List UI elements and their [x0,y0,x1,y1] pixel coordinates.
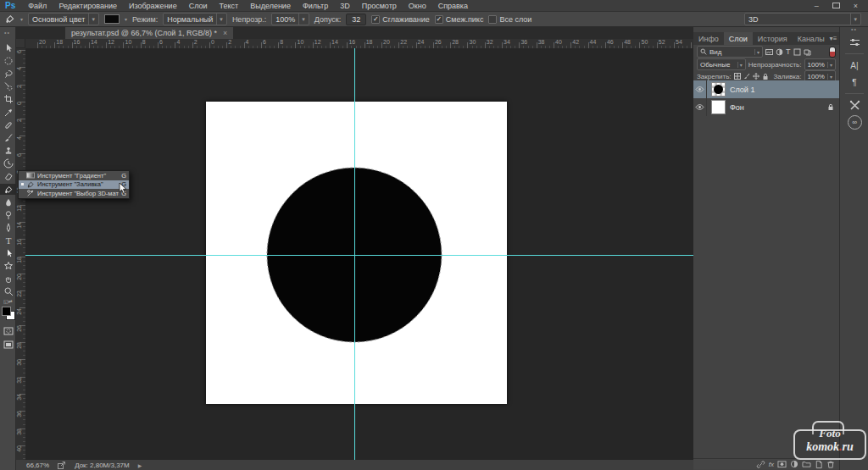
layer-row-1[interactable]: Слой 1 [693,80,839,98]
menu-select[interactable]: Выделение [244,2,297,10]
lock-all-icon[interactable] [762,73,769,80]
menu-help[interactable]: Справка [432,2,474,10]
dodge-tool[interactable] [3,209,14,220]
tab-close-icon[interactable]: × [223,29,227,37]
filter-adjustment-icon[interactable] [776,48,783,56]
menu-window[interactable]: Окно [403,2,432,10]
blend-mode-select[interactable]: Обычные▾ [697,58,746,70]
canvas-viewport[interactable] [25,48,693,460]
quick-mask-button[interactable] [3,325,14,336]
visibility-toggle[interactable] [693,80,707,98]
move-tool[interactable] [3,42,14,53]
layer-name[interactable]: Слой 1 [730,86,839,94]
lock-transparency-icon[interactable] [734,73,741,80]
quick-selection-tool[interactable] [3,80,14,91]
visibility-toggle[interactable] [693,98,707,116]
workspace-select[interactable]: 3D▾ [744,13,861,25]
zoom-level[interactable]: 66,67% [26,462,49,469]
layer-row-background[interactable]: Фон [693,98,839,116]
restore-button[interactable] [832,3,840,8]
tolerance-input[interactable]: 32 [346,14,366,25]
filter-toggle-switch[interactable] [829,47,836,58]
mode-select[interactable]: Нормальный▾ [163,13,227,25]
new-layer-button[interactable] [815,460,823,469]
document-tab[interactable]: результат.psd @ 66,7% (Слой 1, RGB/8) * … [65,27,233,39]
path-selection-tool[interactable] [3,247,14,258]
filter-kind-select[interactable]: Вид ▾ [697,46,763,58]
flyout-item-gradient[interactable]: Инструмент "Градиент" G [19,171,129,180]
custom-shape-tool[interactable] [3,260,14,271]
menu-image[interactable]: Изображение [123,2,183,10]
tool-presets-panel-icon[interactable] [840,97,868,113]
fill-source-select[interactable]: Основной цвет▾ [28,13,99,25]
tab-channels[interactable]: Каналы [793,32,830,45]
eraser-tool[interactable] [3,170,14,181]
layer-opacity-select[interactable]: 100%▾ [804,58,836,70]
lasso-tool[interactable] [3,68,14,79]
link-layers-button[interactable] [756,460,765,469]
opacity-select[interactable]: 100%▾ [271,13,309,25]
contiguous-checkbox[interactable]: ✓Смеж.пикс [435,15,484,24]
lock-pixels-icon[interactable] [743,73,750,80]
creative-cloud-icon[interactable]: ∞ [840,113,868,130]
color-swatches[interactable] [2,307,15,320]
menu-edit[interactable]: Редактирование [53,2,123,10]
minimize-button[interactable]: – [815,2,819,10]
type-tool[interactable]: T [3,235,14,246]
tab-info[interactable]: Инфо [693,32,724,45]
filter-smart-object-icon[interactable] [804,48,811,56]
zoom-tool[interactable] [3,285,14,296]
healing-brush-tool[interactable] [3,119,14,130]
paragraph-panel-icon[interactable]: ¶ [840,74,868,91]
pen-tool[interactable] [3,222,14,233]
ellipse-marquee-tool[interactable] [3,55,14,66]
default-colors-icon[interactable]: ◱⇄ [3,298,13,304]
new-group-button[interactable] [802,460,811,468]
menu-filter[interactable]: Фильтр [297,2,334,10]
flyout-item-fill[interactable]: Инструмент "Заливка" G [19,180,129,190]
screen-mode-button[interactable] [3,339,14,350]
horizontal-guide[interactable] [25,255,693,256]
all-layers-checkbox[interactable]: Все слои [488,15,531,24]
adjustment-layer-button[interactable] [790,460,798,468]
doc-size-info[interactable]: Док: 2,80M/3,37M [75,462,130,469]
filter-image-icon[interactable] [765,48,773,56]
lock-position-icon[interactable] [753,73,760,80]
antialias-checkbox[interactable]: ✓Сглаживание [371,15,430,24]
blur-tool[interactable] [3,196,14,207]
crop-tool[interactable] [3,93,14,104]
filter-shape-icon[interactable] [793,48,801,56]
properties-panel-icon[interactable] [840,34,868,51]
character-panel-icon[interactable]: A| [840,57,868,74]
filter-type-icon[interactable]: T [786,47,791,56]
add-mask-button[interactable] [777,460,787,468]
clone-stamp-tool[interactable] [3,145,14,156]
paint-bucket-icon[interactable] [4,14,15,25]
history-brush-tool[interactable] [3,158,14,169]
flyout-item-3d-material[interactable]: Инструмент "Выбор 3D-материала" G [19,189,129,198]
close-button[interactable]: × [854,2,858,10]
strip-handle[interactable]: •• [840,27,868,34]
menu-layers[interactable]: Слои [183,2,214,10]
vertical-guide[interactable] [354,48,355,460]
foreground-color-swatch[interactable] [2,307,11,316]
status-popup-arrow-icon[interactable]: ▶ [138,462,142,468]
fill-color-swatch[interactable] [104,14,120,24]
menu-3d[interactable]: 3D [334,2,356,10]
swatch-arrow-icon[interactable]: ▾ [125,16,127,22]
toolbar-handle[interactable]: •• [4,30,10,36]
menu-type[interactable]: Текст [214,2,245,10]
layer-thumbnail[interactable] [711,100,726,114]
menu-view[interactable]: Просмотр [356,2,403,10]
delete-layer-button[interactable] [826,460,835,469]
tab-history[interactable]: История [753,32,793,45]
brush-tool[interactable] [3,132,14,143]
eyedropper-tool[interactable] [3,107,14,118]
layer-style-button[interactable]: fx [769,461,774,468]
layer-name[interactable]: Фон [730,103,827,112]
layer-thumbnail[interactable] [711,82,726,97]
tool-preset-arrow-icon[interactable]: ▾ [20,16,23,22]
tab-layers[interactable]: Слои [724,32,753,45]
fill-tool-selected[interactable] [0,184,16,195]
menu-file[interactable]: Файл [22,2,53,10]
